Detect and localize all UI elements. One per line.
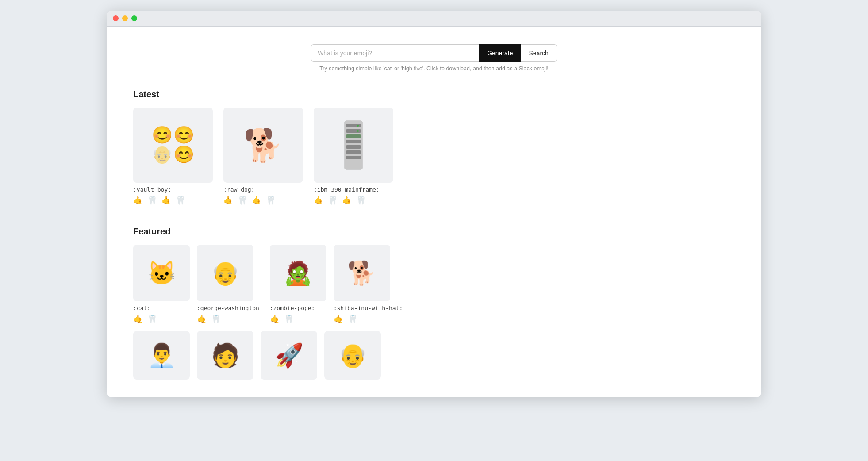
list-item: 👴 :george-washington: 🤙 🦷 xyxy=(197,245,263,324)
emoji-actions: 🤙 🦷 xyxy=(197,314,221,324)
emoji-label: :zombie-pope: xyxy=(270,305,315,311)
emoji-display: 👨‍💼 xyxy=(133,331,190,380)
svg-rect-7 xyxy=(346,156,361,159)
emoji-image-box[interactable]: 🧟 xyxy=(270,245,326,301)
traffic-lights xyxy=(113,15,137,21)
thumbs-up-button[interactable]: 🤙 xyxy=(197,314,207,324)
emoji-image-box[interactable]: 🧑 xyxy=(197,331,253,380)
latest-grid: 😊😊 👴😊 :vault-boy: 🤙 🦷 🤙 🦷 xyxy=(133,108,735,205)
emoji-image-box[interactable]: 👴 xyxy=(324,331,381,380)
emoji-actions: 🤙 🦷 xyxy=(133,314,157,324)
download-button[interactable]: 🦷 xyxy=(211,314,221,324)
thumbs-up-2-button[interactable]: 🤙 xyxy=(342,196,352,205)
svg-point-8 xyxy=(357,125,359,127)
list-item: 🧟 :zombie-pope: 🤙 🦷 xyxy=(270,245,326,324)
app-window: Generate Search Try something simple lik… xyxy=(107,11,761,397)
list-item: 🚀 xyxy=(261,331,317,380)
emoji-actions: 🤙 🦷 🤙 🦷 xyxy=(314,196,366,205)
minimize-button[interactable] xyxy=(122,15,128,21)
maximize-button[interactable] xyxy=(131,15,137,21)
list-item: 🧑 xyxy=(197,331,253,380)
download-button[interactable]: 🦷 xyxy=(328,196,338,205)
thumbs-up-button[interactable]: 🤙 xyxy=(314,196,323,205)
svg-rect-6 xyxy=(346,150,361,154)
thumbs-up-2-button[interactable]: 🤙 xyxy=(252,196,261,205)
list-item: 🐕 :raw-dog: 🤙 🦷 🤙 🦷 xyxy=(223,108,303,205)
thumbs-up-button[interactable]: 🤙 xyxy=(133,314,143,324)
emoji-label: :raw-dog: xyxy=(223,186,254,193)
emoji-actions: 🤙 🦷 🤙 🦷 xyxy=(223,196,276,205)
emoji-actions: 🤙 🦷 xyxy=(270,314,294,324)
thumbs-up-button[interactable]: 🤙 xyxy=(223,196,233,205)
emoji-display: 😊😊 👴😊 xyxy=(133,108,213,183)
featured-grid: 🐱 :cat: 🤙 🦷 👴 :george-washington: xyxy=(133,245,735,324)
download-2-button[interactable]: 🦷 xyxy=(176,196,185,205)
list-item: 😊😊 👴😊 :vault-boy: 🤙 🦷 🤙 🦷 xyxy=(133,108,213,205)
emoji-display: 👴 xyxy=(324,331,381,380)
featured-section: Featured 🐱 :cat: 🤙 🦷 👴 xyxy=(133,227,735,380)
list-item: :ibm-390-mainframe: 🤙 🦷 🤙 🦷 xyxy=(314,108,393,205)
emoji-image-box[interactable]: 🚀 xyxy=(261,331,317,380)
search-input[interactable] xyxy=(311,44,479,62)
download-button[interactable]: 🦷 xyxy=(147,314,157,324)
titlebar xyxy=(107,11,761,27)
list-item: 🐱 :cat: 🤙 🦷 xyxy=(133,245,190,324)
emoji-image-box[interactable]: 😊😊 👴😊 xyxy=(133,108,213,183)
list-item: 👨‍💼 xyxy=(133,331,190,380)
emoji-display xyxy=(314,108,393,183)
emoji-image-box[interactable]: 🐕 xyxy=(223,108,303,183)
svg-point-9 xyxy=(357,130,359,132)
emoji-image-box[interactable] xyxy=(314,108,393,183)
search-section: Generate Search Try something simple lik… xyxy=(133,44,735,72)
download-button[interactable]: 🦷 xyxy=(238,196,247,205)
thumbs-up-2-button[interactable]: 🤙 xyxy=(161,196,171,205)
emoji-display: 👴 xyxy=(197,245,253,301)
emoji-display: 🐱 xyxy=(133,245,190,301)
close-button[interactable] xyxy=(113,15,119,21)
download-button[interactable]: 🦷 xyxy=(348,314,357,324)
thumbs-up-button[interactable]: 🤙 xyxy=(133,196,143,205)
emoji-actions: 🤙 🦷 xyxy=(334,314,357,324)
emoji-image-box[interactable]: 👴 xyxy=(197,245,253,301)
download-button[interactable]: 🦷 xyxy=(147,196,157,205)
download-2-button[interactable]: 🦷 xyxy=(266,196,276,205)
emoji-display: 🐕 xyxy=(334,245,390,301)
list-item: 🐕 :shiba-inu-with-hat: 🤙 🦷 xyxy=(334,245,403,324)
search-row: Generate Search xyxy=(311,44,557,62)
emoji-display: 🐕 xyxy=(223,108,303,183)
download-button[interactable]: 🦷 xyxy=(284,314,294,324)
search-hint: Try something simple like 'cat' or 'high… xyxy=(319,65,549,72)
emoji-display: 🧟 xyxy=(270,245,326,301)
emoji-image-box[interactable]: 👨‍💼 xyxy=(133,331,190,380)
search-button[interactable]: Search xyxy=(521,44,557,62)
thumbs-up-button[interactable]: 🤙 xyxy=(334,314,343,324)
svg-rect-4 xyxy=(346,140,361,143)
emoji-actions: 🤙 🦷 🤙 🦷 xyxy=(133,196,185,205)
emoji-label: :shiba-inu-with-hat: xyxy=(334,305,403,311)
emoji-image-box[interactable]: 🐕 xyxy=(334,245,390,301)
emoji-image-box[interactable]: 🐱 xyxy=(133,245,190,301)
emoji-label: :george-washington: xyxy=(197,305,263,311)
emoji-label: :cat: xyxy=(133,305,150,311)
emoji-display: 🚀 xyxy=(261,331,317,380)
emoji-label: :vault-boy: xyxy=(133,186,171,193)
emoji-label: :ibm-390-mainframe: xyxy=(314,186,380,193)
generate-button[interactable]: Generate xyxy=(479,44,521,62)
main-content: Generate Search Try something simple lik… xyxy=(107,27,761,397)
latest-section: Latest 😊😊 👴😊 :vault-boy: xyxy=(133,89,735,205)
svg-rect-5 xyxy=(346,145,361,149)
download-2-button[interactable]: 🦷 xyxy=(356,196,366,205)
emoji-display: 🧑 xyxy=(197,331,253,380)
latest-title: Latest xyxy=(133,89,735,100)
featured-second-row: 👨‍💼 🧑 🚀 👴 xyxy=(133,331,735,380)
featured-title: Featured xyxy=(133,227,735,237)
list-item: 👴 xyxy=(324,331,381,380)
thumbs-up-button[interactable]: 🤙 xyxy=(270,314,280,324)
svg-rect-3 xyxy=(346,134,361,138)
